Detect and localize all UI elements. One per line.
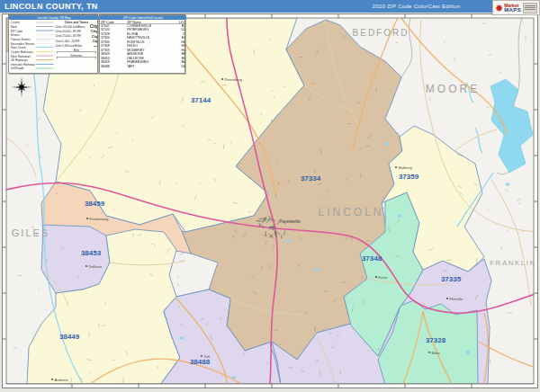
zip-index-box: ZIP Code Index/Grid Locator ZIP CodeZIP …: [99, 14, 185, 74]
pond: [286, 239, 291, 242]
zip-code-cell: 38488: [100, 64, 126, 67]
legend-item-label: Streets: [11, 33, 36, 37]
city-class-label: Cities 50,000 - 99,999: [56, 30, 81, 32]
pond: [180, 336, 184, 339]
logo-sold-box: [523, 3, 537, 13]
zip-index-table: ZIP CodeZIP NameLOC 37047CORNERSVILLEB23…: [100, 20, 186, 68]
legend-line-sample: [36, 67, 54, 68]
town-label-elora: Elora: [432, 351, 441, 355]
legend-line-sample: [36, 56, 54, 57]
legend-line-sample: [36, 51, 54, 52]
city-class-label: Cities 25,000 - 49,999: [56, 35, 81, 38]
title-bar: LINCOLN COUNTY, TN 2020 ZIP Code ColorCa…: [0, 0, 540, 13]
county-label-giles: GILES: [12, 227, 50, 238]
pond: [506, 183, 510, 185]
map-title: LINCOLN COUNTY, TN: [0, 2, 98, 11]
pond: [385, 142, 390, 145]
town-dot: [395, 166, 397, 168]
legend-line-sample: [36, 39, 54, 40]
legend-item-label: State: [11, 25, 36, 29]
town-label-kelso: Kelso: [379, 275, 389, 280]
zip-label-38488: 38488: [190, 358, 211, 366]
scale-bar-line: [58, 57, 96, 58]
logo-brand-bottom: MAPS: [504, 7, 521, 13]
town-label-petersburg: Petersburg: [225, 77, 243, 82]
legend-item-label: Interstate Highways: [11, 63, 36, 67]
city-sample-text: City: [93, 40, 98, 42]
legend-city-items: Cities and Towns Cities 100,000 and Abov…: [54, 21, 98, 71]
legend-item-label: County Highways: [11, 50, 36, 54]
city-sample-text: City: [94, 44, 98, 47]
legend-line-sample: [36, 47, 54, 48]
zip-label-37144: 37144: [191, 96, 212, 104]
zip-table-row: 38488TAFTD6: [100, 64, 186, 67]
terrain-mark: [482, 23, 486, 24]
legend-line-sample: [36, 35, 54, 36]
terrain-mark: [89, 333, 90, 338]
zip-label-38453: 38453: [81, 249, 102, 257]
legend-city-class: Cities 5,000 and BelowCity: [56, 43, 98, 48]
city-sample-text: City: [91, 30, 98, 34]
legend-line-sample: [36, 59, 54, 60]
terrain-mark: [352, 238, 353, 241]
town-label-dellrose: Dellrose: [89, 264, 103, 269]
zip-label-37334: 37334: [301, 174, 321, 183]
legend-line-sample: [36, 22, 54, 22]
legend-line-sample: [36, 31, 54, 31]
town-dot: [51, 379, 53, 380]
town-dot: [221, 78, 223, 80]
city-class-label: Cities 5,000 and Below: [56, 44, 83, 47]
zip-label-38449: 38449: [59, 333, 80, 341]
legend-line-sample: [36, 43, 54, 44]
county-label-moore: MOORE: [426, 83, 480, 95]
city-sample-text: City: [90, 24, 98, 29]
town-label-mulberry: Mulberry: [399, 165, 413, 170]
legend-item-toll-roads: Toll Roads: [11, 67, 54, 71]
town-dot: [428, 352, 430, 353]
town-label-frankewing: Frankewing: [90, 217, 109, 221]
legend-item-label: ZIP Code: [11, 29, 36, 32]
legend-item-label: River Creek: [11, 46, 36, 49]
legend-item-label: US Highways: [11, 58, 36, 62]
edition-label: 2020 ZIP Code ColorCast Edition: [342, 4, 490, 9]
legend-box: Lincoln County, TN Map CountyStateZIP Co…: [8, 14, 98, 74]
county-label-lincoln: LINCOLN: [318, 206, 383, 218]
town-dot: [375, 276, 377, 278]
zip-label-38459: 38459: [85, 200, 105, 208]
county-label-bedford: BEDFORD: [353, 28, 410, 38]
terrain-mark: [454, 58, 455, 61]
legend-item-label: County: [11, 21, 36, 24]
legend-line-sample: [36, 64, 54, 65]
town-label-ardmore: Ardmore: [55, 378, 69, 382]
zip-label-37328: 37328: [426, 336, 446, 344]
scale-bar-miles: Miles: [56, 49, 98, 54]
county-label-franklin: FRANKLIN: [490, 259, 536, 267]
legend-line-sample: [36, 26, 54, 27]
zip-name-cell: TAFT: [126, 64, 172, 67]
pond: [315, 268, 320, 271]
city-sample-text: City: [92, 34, 98, 38]
legend-item-label: Toll Roads: [11, 67, 36, 70]
terrain-mark: [112, 360, 115, 361]
terrain-mark: [346, 123, 350, 124]
scale-bar-kilometers: Kilometers: [56, 54, 98, 59]
zip-label-37335: 37335: [441, 275, 462, 283]
pond: [466, 351, 471, 353]
scale-bar-line: [58, 51, 96, 52]
city-label-fayetteville: Fayetteville: [280, 219, 301, 224]
logo-star-icon: ✸: [495, 4, 503, 13]
publisher-logo: ✸ Market MAPS: [492, 0, 540, 15]
zip-label-37359: 37359: [399, 173, 419, 181]
legend-item-label: State Highways: [11, 54, 36, 58]
town-dot: [86, 265, 87, 267]
legend-item-label: Primary Streets: [11, 38, 36, 41]
zip-loc-cell: D6: [172, 64, 186, 67]
map-document: LINCOLN COUNTY, TN 2020 ZIP Code ColorCa…: [0, 0, 540, 392]
legend-item-label: Secondary Streets: [11, 41, 36, 45]
city-class-label: Cities 5,000 - 24,999: [56, 40, 80, 42]
pond: [398, 214, 402, 217]
legend-line-items: CountyStateZIP CodeStreetsPrimary Street…: [11, 21, 54, 71]
zip-label-37348: 37348: [362, 254, 382, 263]
city-class-label: Cities 100,000 and Above: [56, 25, 86, 28]
town-dot: [201, 355, 202, 357]
